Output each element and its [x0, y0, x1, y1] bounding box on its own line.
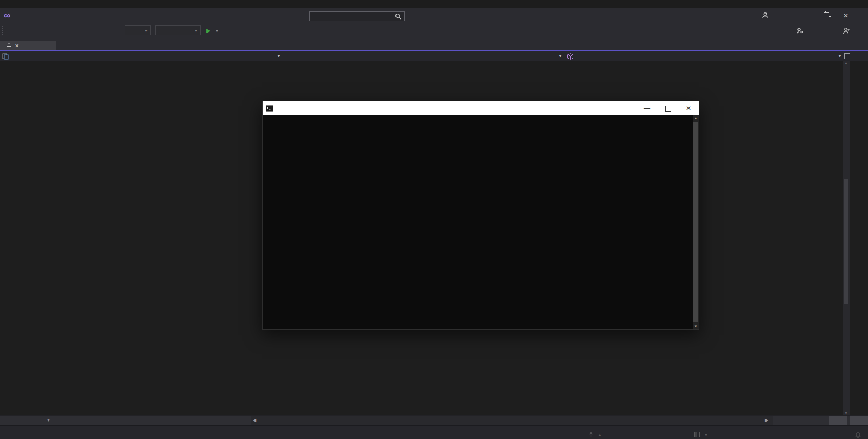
ready-status [3, 432, 10, 437]
console-output [263, 115, 699, 329]
restore-icon [824, 12, 829, 18]
scroll-up-icon[interactable]: ▲ [693, 117, 699, 120]
vs-toolbar: ▼ ▼ ▶▼ [0, 23, 868, 38]
arrow-up-icon [589, 432, 593, 437]
visual-studio-logo-icon: ∞ [4, 8, 10, 23]
play-icon: ▶ [206, 27, 210, 34]
console-scrollbar-thumb[interactable] [693, 122, 698, 322]
add-user-icon[interactable] [841, 23, 852, 38]
start-attach-button[interactable]: ▶▼ [206, 23, 219, 38]
chevron-down-icon[interactable]: ▼ [838, 51, 842, 61]
console-minimize-button[interactable]: — [637, 101, 658, 115]
restore-button[interactable] [818, 8, 834, 23]
editor-navigation-bar: ▼ ▼ ▼ [0, 51, 868, 61]
repository-icon [694, 432, 700, 437]
status-square-icon [3, 432, 8, 437]
select-repository-button[interactable]: ▼ [694, 432, 708, 437]
console-window[interactable]: — ✕ ▲ ▼ [262, 101, 699, 330]
notifications-bell-icon[interactable] [855, 432, 861, 438]
console-app-icon [266, 105, 273, 112]
maximize-icon [665, 106, 671, 112]
close-button[interactable]: ✕ [838, 8, 854, 23]
document-tab-strip: ✕ [0, 38, 868, 50]
scrollbar-thumb[interactable] [844, 179, 848, 304]
chevron-down-icon[interactable]: ▼ [558, 51, 563, 61]
virtualbox-guest-screen: ∞ — ✕ ▼ ▼ ▶▼ ✕ [0, 0, 868, 439]
sign-in-button[interactable] [758, 8, 769, 23]
miscellaneous-files-icon [2, 53, 9, 60]
console-scrollbar[interactable]: ▲ ▼ [693, 115, 699, 329]
console-title-bar[interactable]: — ✕ [263, 101, 699, 115]
chevron-down-icon[interactable]: ▼ [277, 51, 281, 61]
search-icon [395, 13, 401, 20]
solution-platforms-combobox[interactable]: ▼ [155, 25, 201, 35]
scroll-down-icon[interactable]: ▼ [843, 411, 850, 415]
horizontal-scrollbar[interactable] [251, 416, 773, 425]
split-window-icon[interactable] [844, 53, 850, 59]
close-tab-icon[interactable]: ✕ [15, 43, 19, 49]
live-share-button[interactable] [796, 23, 806, 38]
minimize-button[interactable]: — [799, 8, 815, 23]
search-input[interactable] [309, 11, 405, 21]
line-ending-indicator[interactable] [850, 416, 868, 425]
console-maximize-button[interactable] [658, 101, 678, 115]
editor-vertical-scrollbar[interactable]: ▲ ▼ [843, 61, 850, 415]
toolbar-drag-handle[interactable] [1, 23, 4, 38]
live-share-icon [796, 27, 803, 34]
virtualbox-menu-bar [0, 0, 868, 9]
method-cube-icon [567, 53, 573, 60]
add-to-source-control-button[interactable]: ▲ [589, 432, 602, 437]
solution-configurations-combobox[interactable]: ▼ [125, 25, 151, 35]
scroll-left-icon[interactable]: ◀ [253, 416, 256, 425]
spaces-indicator[interactable] [829, 416, 847, 425]
scroll-right-icon[interactable]: ▶ [765, 416, 768, 425]
pin-icon[interactable] [7, 43, 11, 49]
tab-malware-url-c[interactable]: ✕ [0, 41, 56, 50]
scroll-up-icon[interactable]: ▲ [843, 61, 850, 65]
console-close-button[interactable]: ✕ [678, 101, 699, 115]
vs-bottom-status-bar: ▲ ▼ [0, 425, 868, 439]
scroll-down-icon[interactable]: ▼ [693, 325, 699, 328]
editor-status-bar: ▼ ✓ ◀ ▶ [0, 415, 868, 425]
chevron-down-icon[interactable]: ▼ [47, 416, 50, 425]
vs-title-bar: ∞ [0, 8, 868, 23]
chevron-down-icon: ▼ [215, 29, 219, 33]
user-icon [762, 12, 769, 19]
